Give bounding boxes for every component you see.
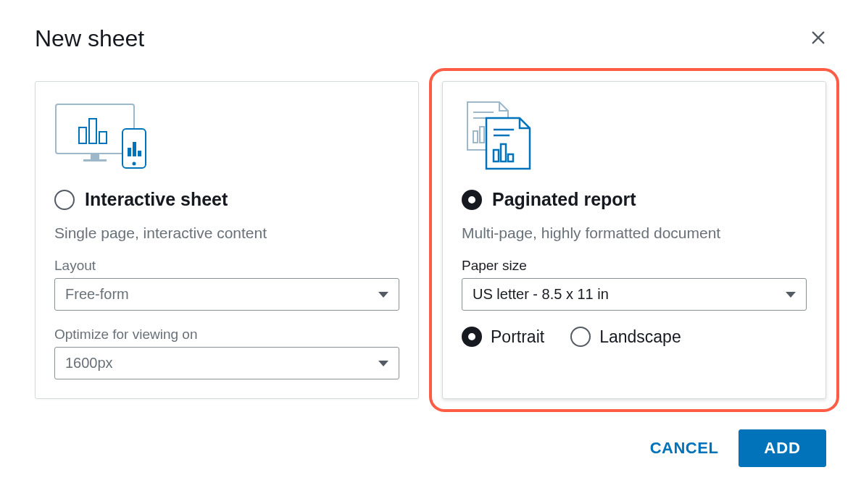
close-button[interactable] [810, 30, 826, 49]
close-icon [810, 30, 826, 46]
portrait-label: Portrait [491, 327, 544, 347]
svg-rect-6 [89, 119, 96, 143]
paper-size-select[interactable]: US letter - 8.5 x 11 in [462, 278, 807, 311]
svg-rect-10 [128, 148, 131, 156]
dialog-title: New sheet [35, 25, 144, 52]
paper-size-select-wrap: US letter - 8.5 x 11 in [462, 278, 807, 311]
optimize-label: Optimize for viewing on [54, 327, 399, 343]
paginated-description: Multi-page, highly formatted document [462, 224, 807, 242]
orientation-row: Portrait Landscape [462, 327, 807, 347]
landscape-label: Landscape [599, 327, 681, 347]
optimize-select[interactable]: 1600px [54, 347, 399, 379]
interactive-title: Interactive sheet [85, 189, 228, 210]
portrait-radio[interactable] [462, 327, 482, 347]
paginated-radio-row[interactable]: Paginated report [462, 189, 807, 210]
paginated-report-icon [462, 99, 807, 172]
interactive-sheet-icon [54, 99, 399, 172]
layout-value: Free-form [65, 286, 129, 303]
paper-size-label: Paper size [462, 258, 807, 274]
paginated-report-card[interactable]: Paginated report Multi-page, highly form… [442, 81, 826, 399]
chevron-down-icon [786, 292, 796, 298]
add-button[interactable]: ADD [739, 429, 826, 467]
portrait-option[interactable]: Portrait [462, 327, 544, 347]
dialog-header: New sheet [35, 25, 826, 52]
landscape-radio[interactable] [570, 327, 591, 347]
layout-select[interactable]: Free-form [54, 278, 399, 311]
svg-rect-3 [83, 159, 107, 161]
interactive-description: Single page, interactive content [54, 224, 399, 242]
interactive-sheet-card[interactable]: Interactive sheet Single page, interacti… [35, 81, 419, 399]
cancel-button[interactable]: CANCEL [650, 439, 719, 458]
landscape-option[interactable]: Landscape [570, 327, 681, 347]
interactive-radio[interactable] [54, 190, 75, 210]
interactive-radio-row[interactable]: Interactive sheet [54, 189, 399, 210]
paginated-radio[interactable] [462, 190, 482, 210]
optimize-select-wrap: 1600px [54, 347, 399, 379]
svg-rect-7 [99, 132, 107, 143]
paper-size-value: US letter - 8.5 x 11 in [473, 286, 609, 303]
svg-rect-4 [91, 154, 99, 159]
paginated-title: Paginated report [492, 189, 636, 210]
svg-point-9 [133, 162, 136, 166]
svg-rect-12 [138, 151, 141, 156]
cards-row: Interactive sheet Single page, interacti… [35, 81, 826, 399]
chevron-down-icon [378, 361, 388, 366]
layout-label: Layout [54, 258, 399, 274]
layout-select-wrap: Free-form [54, 278, 399, 311]
optimize-value: 1600px [65, 355, 113, 371]
dialog-actions: CANCEL ADD [35, 429, 826, 467]
svg-rect-11 [133, 142, 136, 156]
svg-rect-5 [79, 127, 86, 143]
chevron-down-icon [378, 292, 388, 298]
